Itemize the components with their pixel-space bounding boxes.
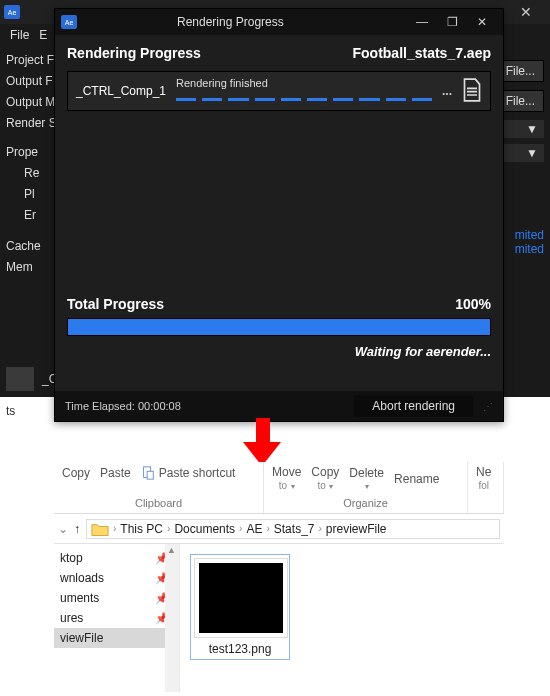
crumb[interactable]: Stats_7: [274, 522, 315, 536]
close-button[interactable]: ✕: [467, 15, 497, 29]
app-badge-icon: Ae: [4, 5, 20, 19]
file-item-selected[interactable]: test123.png: [190, 554, 290, 660]
chevron-right-icon: ›: [266, 523, 269, 534]
abort-rendering-button[interactable]: Abort rendering: [354, 395, 473, 417]
side-scrollbar[interactable]: [165, 544, 179, 692]
side-item[interactable]: ures📌: [54, 608, 179, 628]
crumb[interactable]: This PC: [120, 522, 163, 536]
dialog-title: Rendering Progress: [177, 15, 284, 29]
crumb[interactable]: previewFile: [326, 522, 387, 536]
dialog-heading: Rendering Progress: [67, 45, 201, 61]
side-item[interactable]: wnloads📌: [54, 568, 179, 588]
group-clipboard-label: Clipboard: [62, 497, 255, 509]
menu-file[interactable]: File: [10, 28, 29, 42]
dialog-footer: Time Elapsed: 00:00:08 Abort rendering ⋰: [55, 391, 503, 421]
total-progress-section: Total Progress 100% Waiting for aerender…: [55, 296, 503, 359]
project-filename: Football_stats_7.aep: [353, 45, 492, 61]
copy-button[interactable]: Copy: [62, 466, 90, 480]
more-icon[interactable]: ...: [442, 84, 452, 98]
chevron-right-icon: ›: [318, 523, 321, 534]
expand-ribbon-icon[interactable]: ⌄: [58, 522, 68, 536]
bg-sub: Pl: [6, 184, 57, 205]
bg-sidebar: Project F Output F Output M Render S Pro…: [6, 50, 57, 278]
rename-button[interactable]: Rename: [394, 473, 439, 486]
dialog-titlebar[interactable]: Ae Rendering Progress — ❐ ✕: [55, 9, 503, 35]
up-button[interactable]: ↑: [74, 522, 80, 536]
folder-icon: [91, 522, 109, 536]
total-progress-bar: [67, 318, 491, 336]
rendering-progress-dialog: Ae Rendering Progress — ❐ ✕ Rendering Pr…: [54, 8, 504, 422]
bg-row: Project F: [6, 50, 57, 71]
group-organize-label: Organize: [272, 497, 459, 509]
delete-button[interactable]: Delete ▾: [349, 467, 384, 493]
breadcrumb[interactable]: › This PC › Documents › AE › Stats_7 › p…: [86, 519, 500, 539]
resize-grip-icon[interactable]: ⋰: [483, 401, 493, 412]
file-thumbnail: [194, 558, 288, 638]
new-folder-button[interactable]: Ne fol: [476, 466, 491, 492]
bg-row: Output M: [6, 92, 57, 113]
svg-rect-3: [147, 471, 153, 479]
comp-status: Rendering finished: [176, 77, 268, 89]
side-item-selected[interactable]: viewFile: [54, 628, 179, 648]
red-arrow-icon: [240, 418, 284, 468]
bg-sub: Re: [6, 163, 57, 184]
file-name: test123.png: [194, 638, 286, 656]
comp-progress-row: _CTRL_Comp_1 Rendering finished ...: [67, 71, 491, 111]
app-badge-icon: Ae: [61, 15, 77, 29]
side-navigation: ktop📌 wnloads📌 uments📌 ures📌 viewFile: [54, 544, 180, 692]
bg-mem: Mem: [6, 257, 57, 278]
total-progress-label: Total Progress: [67, 296, 164, 312]
side-item[interactable]: uments📌: [54, 588, 179, 608]
file-explorer-window: Copy Paste Paste shortcut Clipboard Move…: [54, 462, 504, 692]
waiting-status: Waiting for aerender...: [67, 344, 491, 359]
chevron-right-icon: ›: [167, 523, 170, 534]
paste-shortcut-icon: [141, 466, 155, 480]
bg-props: Prope: [6, 142, 57, 163]
ribbon-toolbar: Copy Paste Paste shortcut Clipboard Move…: [54, 462, 504, 514]
maximize-button[interactable]: ❐: [437, 15, 467, 29]
crumb[interactable]: Documents: [174, 522, 235, 536]
minimize-button[interactable]: —: [407, 15, 437, 29]
side-item[interactable]: ktop📌: [54, 548, 179, 568]
move-to-button[interactable]: Move to ▾: [272, 466, 301, 493]
bg-thumb-box: [6, 367, 34, 391]
comp-progress-bar: [176, 98, 432, 101]
bg-sub: Er: [6, 205, 57, 226]
chevron-right-icon: ›: [113, 523, 116, 534]
comp-name: _CTRL_Comp_1: [76, 84, 166, 98]
file-list[interactable]: test123.png: [180, 544, 504, 692]
menu-edit[interactable]: E: [39, 28, 47, 42]
total-progress-value: 100%: [455, 296, 491, 312]
bg-row: Output F: [6, 71, 57, 92]
address-bar: ⌄ ↑ › This PC › Documents › AE › Stats_7…: [54, 514, 504, 544]
time-elapsed-value: 00:00:08: [138, 400, 181, 412]
time-elapsed-label: Time Elapsed:: [65, 400, 135, 412]
bg-cache: Cache: [6, 236, 57, 257]
svg-rect-0: [256, 418, 270, 444]
copy-to-button[interactable]: Copy to ▾: [311, 466, 339, 493]
chevron-right-icon: ›: [239, 523, 242, 534]
bg-close-button[interactable]: ✕: [506, 4, 546, 20]
truncated-label: ts: [6, 404, 15, 418]
paste-shortcut-button[interactable]: Paste shortcut: [159, 466, 236, 480]
paste-button[interactable]: Paste: [100, 466, 131, 480]
bg-row: Render S: [6, 113, 57, 134]
document-icon[interactable]: [462, 78, 482, 105]
crumb[interactable]: AE: [246, 522, 262, 536]
